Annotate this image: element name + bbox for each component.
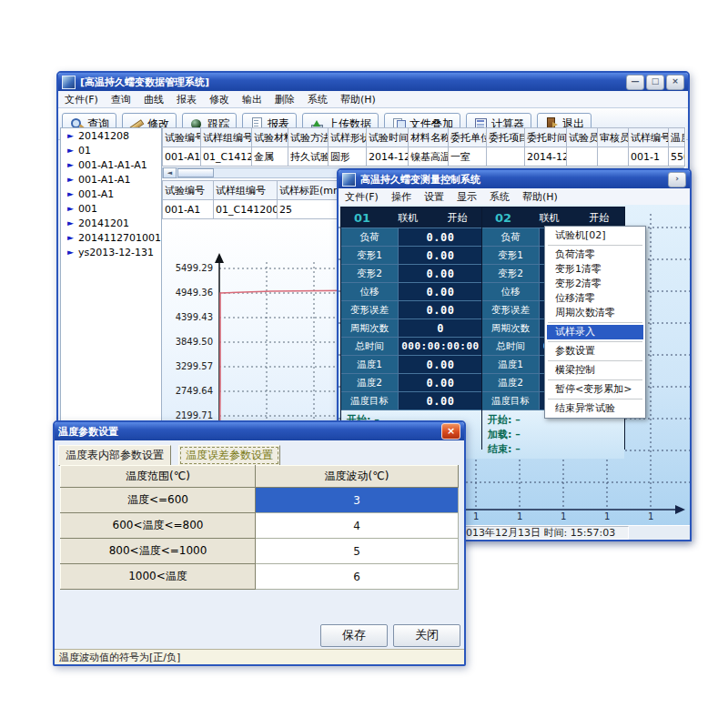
context-item-deform1-zero[interactable]: 变形1清零 xyxy=(547,262,643,277)
tree-item-label: 001 xyxy=(78,203,97,215)
tree-item[interactable]: ►001-A1 xyxy=(61,187,161,201)
table-row[interactable]: 800<温度<=1000 5 xyxy=(61,539,459,564)
tree-item[interactable]: ►001-A1-A1 xyxy=(61,172,161,187)
menu-curve[interactable]: 曲线 xyxy=(137,91,170,108)
value-display: 0.00 xyxy=(399,374,482,391)
column-header[interactable]: 试验材料 xyxy=(252,128,288,147)
menu-report[interactable]: 报表 xyxy=(170,91,203,108)
column-header[interactable]: 试验员 xyxy=(567,128,598,147)
context-item-end-abnormal-test[interactable]: 结束异常试验 xyxy=(547,401,643,416)
tree-item[interactable]: ►2014112701001 xyxy=(61,230,161,245)
scroll-left-icon[interactable]: ◄ xyxy=(163,167,177,178)
arrow-icon: ► xyxy=(67,248,74,257)
menu-help[interactable]: 帮助(H) xyxy=(516,188,564,206)
menu-settings[interactable]: 设置 xyxy=(418,188,450,206)
menu-system[interactable]: 系统 xyxy=(483,188,516,206)
menu-file[interactable]: 文件(F) xyxy=(58,91,105,108)
arrow-icon: ► xyxy=(67,233,74,242)
minimize-button[interactable]: — xyxy=(626,75,644,90)
context-item-displacement-zero[interactable]: 位移清零 xyxy=(547,291,643,306)
control-titlebar[interactable]: 高温持久蠕变测量控制系统 › xyxy=(339,170,690,188)
arrow-icon: ► xyxy=(67,146,74,155)
context-item-deform2-zero[interactable]: 变形2清零 xyxy=(547,277,643,291)
cell xyxy=(567,147,598,167)
table-row[interactable]: 温度<=600 3 xyxy=(61,488,459,513)
menu-modify[interactable]: 修改 xyxy=(203,91,236,108)
tree-item[interactable]: ►001-A1-A1-A1 xyxy=(61,157,161,172)
column-header[interactable]: 温度 xyxy=(669,128,685,147)
column-header[interactable]: 试验编号 xyxy=(163,128,201,147)
table-row[interactable]: 001-A1 01_C141200 金属 持久试验 圆形 2014-12- 镍基… xyxy=(163,147,685,167)
table-row[interactable]: 600<温度<=800 4 xyxy=(61,513,459,539)
dialog-close-icon[interactable]: × xyxy=(441,423,460,440)
save-button[interactable]: 保存 xyxy=(320,624,388,647)
control-app-icon xyxy=(342,173,356,187)
menu-delete[interactable]: 删除 xyxy=(268,91,301,108)
range-cell: 600<温度<=800 xyxy=(61,513,256,539)
column-header[interactable]: 试验时间 xyxy=(367,128,409,147)
menu-file[interactable]: 文件(F) xyxy=(339,188,385,206)
menu-operate[interactable]: 操作 xyxy=(385,188,418,206)
column-header[interactable]: 委托单位 xyxy=(449,128,487,147)
table1-header-row: 试验编号 试样组编号 试验材料 试验方法 试样形状 试验时间 材料名称 委托单位… xyxy=(163,128,685,147)
column-header[interactable]: 试验编号 xyxy=(163,181,214,200)
cell: 550 xyxy=(669,147,685,167)
table-row[interactable]: 1000<温度 6 xyxy=(61,564,459,590)
column-header[interactable]: 委托时间 xyxy=(525,128,567,147)
context-item-parameter-settings[interactable]: 参数设置 xyxy=(547,344,643,359)
y-axis-tick: 2749.64 xyxy=(162,386,213,396)
tab-internal-params[interactable]: 温度表内部参数设置 xyxy=(58,445,171,466)
tree-item[interactable]: ►001 xyxy=(61,201,161,216)
column-header[interactable]: 试样组编号 xyxy=(214,181,278,200)
value-cell-selected[interactable]: 3 xyxy=(256,488,459,513)
maximize-button[interactable]: □ xyxy=(646,75,664,90)
cell xyxy=(598,147,629,167)
start-button[interactable]: 开始 xyxy=(433,211,483,225)
link-button[interactable]: 联机 xyxy=(383,211,433,225)
value-cell[interactable]: 6 xyxy=(256,564,459,590)
tree-item[interactable]: ►ys2013-12-131 xyxy=(61,245,161,259)
channel-number: 01 xyxy=(341,211,383,225)
value-display: 0.00 xyxy=(399,283,482,300)
value-cell[interactable]: 4 xyxy=(256,513,459,539)
tree-item[interactable]: ►20141201 xyxy=(61,216,161,230)
tree-item[interactable]: ►20141208 xyxy=(61,128,161,143)
temperature-table-header: 温度范围(℃) 温度波动(℃) xyxy=(61,466,459,488)
main-window-title: [高温持久蠕变数据管理系统] xyxy=(80,76,624,89)
column-header[interactable]: 试验方法 xyxy=(288,128,329,147)
column-header[interactable]: 材料名称 xyxy=(409,128,449,147)
main-titlebar[interactable]: [高温持久蠕变数据管理系统] — □ × xyxy=(58,73,688,91)
menu-display[interactable]: 显示 xyxy=(450,188,483,206)
temperature-table: 温度范围(℃) 温度波动(℃) 温度<=600 3 600<温度<=800 4 … xyxy=(60,465,459,590)
tree-item-label: 001-A1-A1 xyxy=(78,174,131,186)
tab-error-params[interactable]: 温度误差参数设置 xyxy=(178,445,280,466)
column-header[interactable]: 试样形状 xyxy=(329,128,367,147)
context-item-machine[interactable]: 试验机[02] xyxy=(547,228,643,243)
scrollbar-thumb[interactable] xyxy=(177,168,214,177)
context-item-specimen-entry[interactable]: 试样录入 xyxy=(547,325,643,339)
title-chevron-button[interactable]: › xyxy=(668,172,686,187)
menu-separator xyxy=(548,322,642,323)
context-item-cycle-zero[interactable]: 周期次数清零 xyxy=(547,306,643,320)
menu-help[interactable]: 帮助(H) xyxy=(334,91,382,108)
column-header[interactable]: 委托项目 xyxy=(487,128,525,147)
start-button[interactable]: 开始 xyxy=(574,211,624,225)
menu-query[interactable]: 查询 xyxy=(105,91,137,108)
dialog-titlebar[interactable]: 温度参数设置 × xyxy=(55,422,464,440)
menu-output[interactable]: 输出 xyxy=(236,91,268,108)
tree-item[interactable]: ►01 xyxy=(61,143,161,157)
context-item-pause-accumulate[interactable]: 暂停<变形累加> xyxy=(547,382,643,397)
column-header[interactable]: 试样组编号 xyxy=(201,128,252,147)
column-header[interactable]: 审核员 xyxy=(598,128,629,147)
column-header[interactable]: 试样编号 xyxy=(629,128,669,147)
context-item-crossbeam-control[interactable]: 横梁控制 xyxy=(547,363,643,378)
close-button[interactable]: 关闭 xyxy=(393,624,460,647)
row-label: 变形误差 xyxy=(482,301,540,318)
value-cell[interactable]: 5 xyxy=(256,539,459,564)
context-item-load-zero[interactable]: 负荷清零 xyxy=(547,248,643,262)
main-menubar: 文件(F) 查询 曲线 报表 修改 输出 删除 系统 帮助(H) xyxy=(58,91,688,108)
link-button[interactable]: 联机 xyxy=(524,211,574,225)
menu-system[interactable]: 系统 xyxy=(301,91,334,108)
row-label: 负荷 xyxy=(482,228,540,246)
close-button[interactable]: × xyxy=(666,75,684,90)
